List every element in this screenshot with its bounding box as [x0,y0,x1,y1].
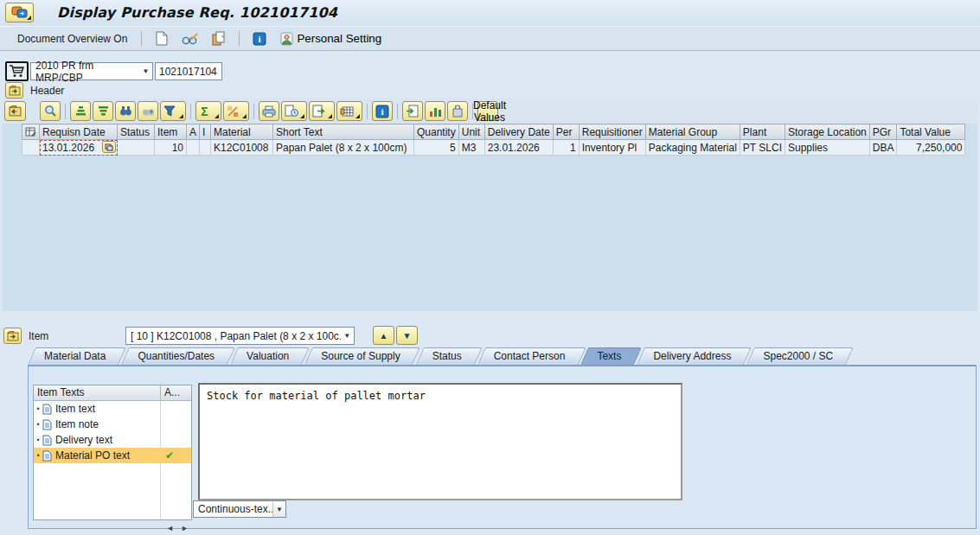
scroll-left-button[interactable]: ◄ [163,520,176,535]
col-quantity[interactable]: Quantity [414,124,459,140]
text-editor-area[interactable]: Stock for material of pallet mortar [198,383,682,500]
cart-icon-button[interactable] [5,61,29,81]
tab-status[interactable]: Status [416,347,475,365]
tab-valuation[interactable]: Valuation [230,347,302,365]
tab-quantities-dates[interactable]: Quantities/Dates [121,347,227,365]
info-icon: i [375,105,389,118]
next-item-button[interactable]: ▼ [396,326,418,345]
material-cell[interactable]: K12C01008 [211,140,273,156]
total-value-cell[interactable]: 7,250,000 [897,140,965,156]
graphic-button[interactable] [425,101,445,121]
detail-window-icon [105,143,113,151]
plant-cell[interactable]: PT SLCI [740,140,785,156]
item-dropdown[interactable]: [ 10 ] K12C01008 , Papan Palet (8 x 2 x … [125,327,355,345]
copy-document-button[interactable] [208,29,230,48]
pr-type-dropdown[interactable]: 2010 PR frm MRP/CBP ▼ [30,62,153,80]
dropdown-arrow-icon: ▼ [341,328,354,344]
texts-tab-panel: Item Texts A... • Item text • Item note [28,365,977,529]
pgr-cell[interactable]: DBA [869,140,897,156]
print-button[interactable] [259,101,279,121]
col-short-text[interactable]: Short Text [273,124,414,140]
toolbar-separator [367,104,368,119]
requisn-date-cell[interactable]: 13.01.2026 [40,140,118,156]
create-document-button[interactable] [151,29,173,48]
filter-button[interactable] [160,101,186,121]
copy-pages-icon [212,31,226,46]
tab-material-data[interactable]: Material Data [28,347,118,365]
tab-contact-person[interactable]: Contact Person [477,347,579,365]
requisitioner-cell[interactable]: Inventory Pl [579,140,645,156]
i-cell[interactable] [200,140,211,156]
date-detail-button[interactable] [102,141,116,153]
select-all-header[interactable] [22,124,40,140]
a-cell[interactable] [187,140,200,156]
default-values-button[interactable]: Default Values [477,101,498,121]
col-total-value[interactable]: Total Value [897,124,965,140]
system-menu-button[interactable] [5,3,34,22]
list-item-material-po-text[interactable]: • Material PO text ✔ [34,448,191,463]
col-i[interactable]: I [200,124,211,140]
tab-delivery-address[interactable]: Delivery Address [637,347,744,365]
document-overview-button[interactable]: Document Overview On [12,31,132,47]
delivery-date-cell[interactable]: 23.01.2026 [484,140,553,156]
layout-button[interactable] [336,101,362,121]
col-plant[interactable]: Plant [740,124,785,140]
storage-location-cell[interactable]: Supplies [785,140,870,156]
per-cell[interactable]: 1 [553,140,579,156]
short-text-cell[interactable]: Papan Palet (8 x 2 x 100cm) [273,140,414,156]
list-item-item-text[interactable]: • Item text [34,401,191,417]
scroll-right-button[interactable]: ► [178,520,191,535]
subtotals-button[interactable] [223,101,249,121]
col-item[interactable]: Item [155,124,187,140]
col-requisn-date[interactable]: Requisn Date [40,124,118,140]
col-pgr[interactable]: PGr [869,124,897,140]
tab-spec2000-sc[interactable]: Spec2000 / SC [746,347,846,365]
list-item-item-note[interactable]: • Item note [34,417,191,432]
bullet-icon: • [34,451,42,460]
export-button[interactable] [309,101,335,121]
details-button[interactable] [40,101,61,121]
collapse-grid-button[interactable] [4,101,26,121]
unit-cell[interactable]: M3 [458,140,484,156]
col-a[interactable]: A [187,124,200,140]
item-texts-list: Item Texts A... • Item text • Item note [33,385,192,520]
shopping-bag-button[interactable] [447,101,468,121]
col-material-group[interactable]: Material Group [645,124,740,140]
sort-descending-button[interactable] [93,101,113,121]
export-file-icon [312,105,326,118]
list-item-delivery-text[interactable]: • Delivery text [34,432,191,448]
toolbar-separator [239,31,240,47]
tab-source-of-supply[interactable]: Source of Supply [304,347,413,365]
previous-item-button[interactable]: ▲ [373,326,394,345]
quantity-cell[interactable]: 5 [414,140,459,156]
col-per[interactable]: Per [553,124,579,140]
display-change-button[interactable] [179,29,202,48]
col-material[interactable]: Material [211,124,273,140]
row-select-cell[interactable] [22,140,40,156]
sort-ascending-button[interactable] [70,101,91,121]
item-cell[interactable]: 10 [155,140,187,156]
item-section-label: Item [29,330,48,342]
find-next-button[interactable] [138,101,158,121]
svg-text:Σ: Σ [201,105,208,118]
item-expand-button[interactable] [3,328,22,344]
services-info-button[interactable]: i [248,29,271,48]
col-requisitioner[interactable]: Requisitioner [579,124,645,140]
material-group-cell[interactable]: Packaging Material [645,140,740,156]
status-cell[interactable] [118,140,155,156]
col-storage-location[interactable]: Storage Location [785,124,870,140]
print-preview-button[interactable] [281,101,307,121]
text-format-dropdown[interactable]: Continuous-tex... ▼ [193,500,286,518]
pr-number-field[interactable] [155,62,222,80]
col-unit[interactable]: Unit [458,124,484,140]
refresh-button[interactable] [402,101,423,121]
tab-texts[interactable]: Texts [580,347,634,365]
col-delivery-date[interactable]: Delivery Date [484,124,553,140]
header-expand-button[interactable] [5,82,23,99]
subtotal-icon [227,105,239,118]
sum-button[interactable]: Σ [195,101,221,121]
grid-info-button[interactable]: i [372,101,393,121]
find-button[interactable] [115,101,136,121]
personal-setting-button[interactable]: Personal Setting [277,29,385,48]
col-status[interactable]: Status [118,124,155,140]
